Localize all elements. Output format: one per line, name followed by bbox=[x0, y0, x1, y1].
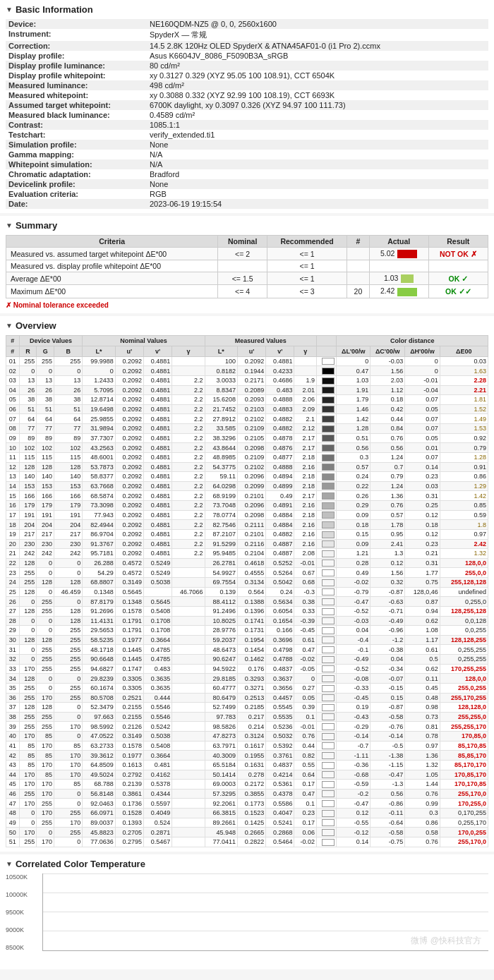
row-num: 35 bbox=[6, 683, 20, 693]
info-row: Measured black luminance:0.4589 cd/m² bbox=[6, 110, 488, 120]
row-meas-l: 59.11 bbox=[205, 472, 237, 482]
info-value: None bbox=[147, 179, 488, 189]
row-meas-l: 63.7971 bbox=[205, 741, 237, 751]
row-num: 09 bbox=[6, 433, 20, 443]
row-g: 0 bbox=[37, 587, 54, 597]
gridline-4 bbox=[43, 931, 488, 931]
row-dc: -0.58 bbox=[370, 828, 405, 837]
row-dh: 0.07 bbox=[405, 395, 440, 405]
row-meas-u: 0.1731 bbox=[238, 626, 266, 636]
row-swatch bbox=[317, 462, 337, 472]
row-meas-l: 48.6473 bbox=[205, 645, 237, 655]
row-dl: 0.14 bbox=[337, 837, 370, 847]
row-meas-l: 94.5922 bbox=[205, 664, 237, 674]
row-g: 0 bbox=[37, 558, 54, 568]
table-row: 16 179 179 179 73.3098 0.2092 0.4881 2.2… bbox=[6, 501, 488, 511]
row-nom-u: 0.2092 bbox=[115, 385, 143, 395]
row-meas-u: 0.2103 bbox=[238, 404, 266, 414]
row-dh: 0.81 bbox=[405, 722, 440, 732]
row-r: 191 bbox=[19, 510, 37, 520]
row-meas-gamma: 0.23 bbox=[294, 809, 317, 818]
row-meas-v: 0.4894 bbox=[266, 472, 294, 482]
row-num: 43 bbox=[6, 760, 20, 770]
row-de00: 170,85,170 bbox=[440, 770, 488, 780]
row-num: 10 bbox=[6, 443, 20, 453]
row-dl: -0.2 bbox=[337, 789, 370, 799]
row-b: 140 bbox=[54, 472, 83, 482]
table-row: 10 102 102 102 43.2563 0.2092 0.4881 2.2… bbox=[6, 443, 488, 453]
th-nom-gamma: γ bbox=[172, 346, 205, 356]
row-b: 64 bbox=[54, 414, 83, 424]
row-dl: -0.59 bbox=[337, 780, 370, 790]
row-meas-u: 0.2105 bbox=[238, 433, 266, 443]
row-num: 39 bbox=[6, 722, 20, 732]
row-swatch bbox=[317, 655, 337, 665]
row-g: 179 bbox=[37, 501, 54, 511]
gridline-1 bbox=[43, 873, 488, 874]
row-nom-u: 0.2155 bbox=[115, 703, 143, 713]
row-meas-u: 0.4555 bbox=[238, 568, 266, 578]
row-nom-u: 0.2792 bbox=[115, 770, 143, 780]
row-meas-gamma: 2.16 bbox=[294, 529, 317, 539]
row-meas-v: 0.4884 bbox=[266, 510, 294, 520]
table-row: 26 0 255 0 87.8179 0.1348 0.5645 88.4112… bbox=[6, 597, 488, 607]
row-swatch bbox=[317, 433, 337, 443]
row-meas-v: 0.24 bbox=[266, 587, 294, 597]
row-dc: 1.24 bbox=[370, 452, 405, 462]
row-r: 0 bbox=[19, 366, 37, 376]
row-nom-u: 0.1791 bbox=[115, 616, 143, 626]
row-meas-l: 52.7499 bbox=[205, 703, 237, 713]
table-row: 22 128 0 0 26.288 0.4572 0.5249 26.2781 … bbox=[6, 558, 488, 568]
row-meas-v: 0.4887 bbox=[266, 549, 294, 559]
row-nom-v: 0.3664 bbox=[143, 635, 171, 645]
row-r: 51 bbox=[19, 404, 37, 414]
info-row: Correction:14.5 2.8K 120Hz OLED SpyderX … bbox=[6, 41, 488, 51]
row-nom-v: 0.5408 bbox=[143, 606, 171, 616]
row-dh: 0.31 bbox=[405, 491, 440, 501]
row-dc: -0.14 bbox=[370, 732, 405, 742]
info-row: Whitepoint simulation:N/A bbox=[6, 159, 488, 169]
triangle-icon: ▼ bbox=[6, 6, 13, 13]
row-dh: 0.14 bbox=[405, 462, 440, 472]
row-g: 128 bbox=[37, 462, 54, 472]
row-dc: 1.12 bbox=[370, 385, 405, 395]
row-meas-u: 0.3855 bbox=[238, 789, 266, 799]
row-meas-l: 0.139 bbox=[205, 587, 237, 597]
summary-criteria: Measured vs. assumed target whitepoint Δ… bbox=[6, 248, 218, 260]
row-b: 153 bbox=[54, 481, 83, 491]
row-dl: 0.18 bbox=[337, 520, 370, 530]
row-dc: -1.3 bbox=[370, 780, 405, 790]
row-dc: 0.42 bbox=[370, 404, 405, 414]
row-meas-l: 82.7546 bbox=[205, 520, 237, 530]
row-meas-l: 47.8273 bbox=[205, 732, 237, 742]
row-r: 255 bbox=[19, 722, 37, 732]
table-row: 40 170 85 0 47.0522 0.3149 0.5038 47.827… bbox=[6, 732, 488, 742]
row-gamma bbox=[172, 780, 205, 790]
row-g: 255 bbox=[37, 597, 54, 607]
row-b: 0 bbox=[54, 837, 83, 847]
table-row: 13 140 140 140 58.8377 0.2092 0.4881 2.2… bbox=[6, 472, 488, 482]
row-dh: 0.75 bbox=[405, 578, 440, 588]
info-label: Gamma mapping: bbox=[6, 150, 147, 159]
summary-nominal: <= 1.5 bbox=[218, 272, 267, 285]
summary-recommended: <= 1 bbox=[267, 272, 347, 285]
info-value: None bbox=[147, 140, 488, 150]
row-b: 0 bbox=[54, 789, 83, 799]
table-row: 24 255 128 128 68.8807 0.3149 0.5038 69.… bbox=[6, 578, 488, 588]
row-de00: 170,255,255 bbox=[440, 664, 488, 674]
row-gamma bbox=[172, 626, 205, 636]
row-dh: 0.25 bbox=[405, 501, 440, 511]
row-meas-u: 0.2102 bbox=[238, 462, 266, 472]
table-row: 32 0 255 255 90.6648 0.1445 0.4785 90.62… bbox=[6, 655, 488, 665]
row-r: 170 bbox=[19, 780, 37, 790]
row-gamma: 2.2 bbox=[172, 529, 205, 539]
row-nom-u: 0.1578 bbox=[115, 606, 143, 616]
row-nom-l: 29.5653 bbox=[83, 626, 115, 636]
row-meas-u: 0.564 bbox=[238, 587, 266, 597]
row-dl: -0.1 bbox=[337, 645, 370, 655]
row-meas-gamma: 0.82 bbox=[294, 751, 317, 761]
row-nom-u: 0.2092 bbox=[115, 472, 143, 482]
overview-title-text: Overview bbox=[16, 320, 56, 331]
row-de00: 0.03 bbox=[440, 356, 488, 366]
row-dh: 0.5 bbox=[405, 655, 440, 665]
